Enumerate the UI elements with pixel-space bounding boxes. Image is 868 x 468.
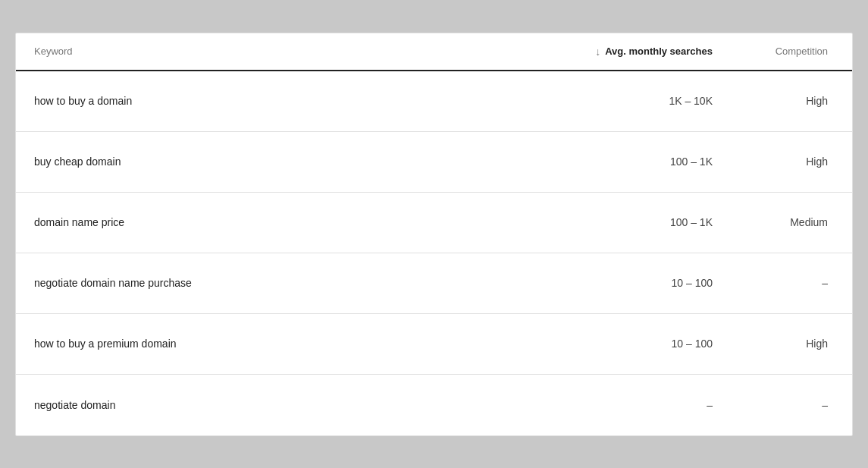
cell-keyword: buy cheap domain <box>34 155 561 168</box>
cell-keyword: how to buy a domain <box>34 95 561 107</box>
sort-arrow-icon: ↓ <box>595 46 600 58</box>
cell-searches: 10 – 100 <box>561 338 713 350</box>
cell-searches: 1K – 10K <box>561 95 713 107</box>
header-competition: Competition <box>713 46 834 57</box>
cell-keyword: negotiate domain <box>34 399 561 411</box>
header-keyword: Keyword <box>34 46 561 57</box>
table-row: how to buy a premium domain 10 – 100 Hig… <box>16 314 852 375</box>
table-header: Keyword ↓ Avg. monthly searches Competit… <box>16 33 852 71</box>
cell-competition: High <box>713 95 834 107</box>
table-row: buy cheap domain 100 – 1K High <box>16 132 852 193</box>
cell-searches: 100 – 1K <box>561 216 713 228</box>
table-row: domain name price 100 – 1K Medium <box>16 193 852 253</box>
cell-searches: 100 – 1K <box>561 155 713 168</box>
table-row: how to buy a domain 1K – 10K High <box>16 71 852 132</box>
cell-competition: High <box>713 338 834 350</box>
cell-keyword: how to buy a premium domain <box>34 338 561 350</box>
cell-competition: – <box>713 399 834 411</box>
cell-keyword: negotiate domain name purchase <box>34 277 561 289</box>
cell-competition: Medium <box>713 216 834 228</box>
cell-searches: 10 – 100 <box>561 277 713 289</box>
cell-competition: – <box>713 277 834 289</box>
table-row: negotiate domain name purchase 10 – 100 … <box>16 253 852 314</box>
cell-competition: High <box>713 155 834 168</box>
cell-keyword: domain name price <box>34 216 561 228</box>
keyword-table: Keyword ↓ Avg. monthly searches Competit… <box>15 33 853 436</box>
table-body: how to buy a domain 1K – 10K High buy ch… <box>16 71 852 435</box>
table-row: negotiate domain – – <box>16 375 852 435</box>
cell-searches: – <box>561 399 713 411</box>
header-searches[interactable]: ↓ Avg. monthly searches <box>561 46 713 58</box>
